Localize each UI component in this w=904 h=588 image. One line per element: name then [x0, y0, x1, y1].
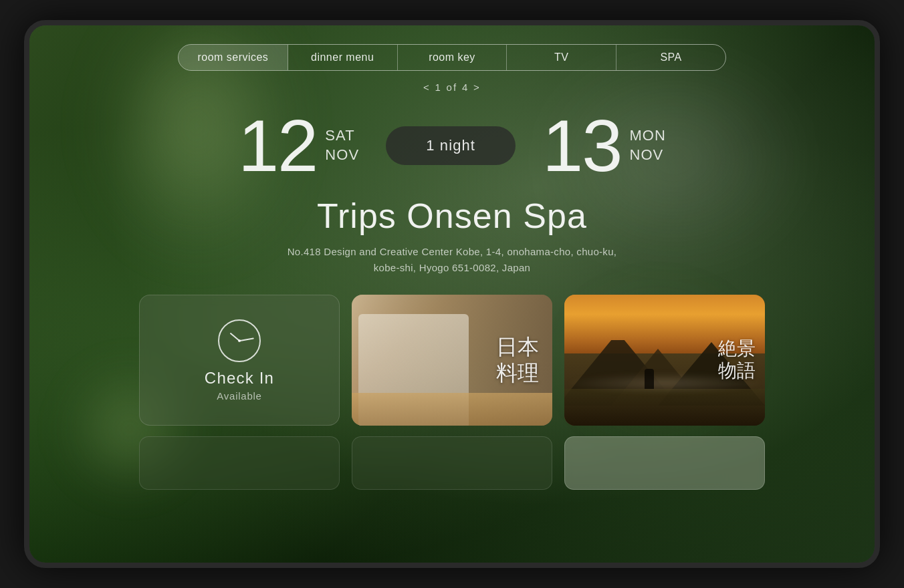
bottom-card-3[interactable] [564, 436, 765, 490]
food-jp-text: 日本 料理 [496, 335, 539, 385]
tab-spa[interactable]: SPA [616, 45, 725, 70]
checkout-weekday: MON [629, 126, 666, 146]
food-jp-char-2: 料理 [496, 361, 539, 385]
checkin-card-label: Check In [205, 369, 274, 388]
device-frame: room services dinner menu room key TV SP… [24, 20, 880, 568]
tab-dinner-menu[interactable]: dinner menu [288, 45, 398, 70]
hotel-address: No.418 Design and Creative Center Kobe, … [288, 244, 617, 276]
pagination[interactable]: < 1 of 4 > [423, 82, 481, 93]
cards-row-1: Check In Available 日本 料理 [56, 295, 848, 426]
bottom-card-1[interactable] [139, 436, 340, 490]
tab-room-services[interactable]: room services [179, 45, 288, 70]
checkin-month: NOV [325, 146, 359, 165]
tab-room-key[interactable]: room key [398, 45, 507, 70]
checkin-card-status: Available [217, 390, 261, 402]
scenic-water [564, 389, 765, 426]
checkin-card[interactable]: Check In Available [139, 295, 340, 426]
scenic-jp-text: 絶景 物語 [718, 339, 756, 382]
checkin-date: 12 SAT NOV [238, 109, 359, 182]
food-jp-char-1: 日本 [496, 335, 539, 359]
checkin-weekday: SAT [325, 126, 359, 146]
checkout-month: NOV [629, 146, 666, 165]
food-card[interactable]: 日本 料理 [352, 295, 552, 426]
date-row: 12 SAT NOV 1 night 13 MON NOV [56, 109, 848, 182]
cards-row-2 [56, 436, 848, 490]
checkin-day: 12 [238, 109, 317, 182]
main-content: room services dinner menu room key TV SP… [29, 25, 875, 563]
figure-silhouette [645, 369, 654, 389]
clock-minute-hand [239, 337, 254, 341]
scenic-card[interactable]: 絶景 物語 [564, 295, 765, 426]
hotel-address-line2: kobe-shi, Hyogo 651-0082, Japan [288, 260, 617, 276]
clock-center-dot [238, 339, 241, 342]
checkout-date: 13 MON NOV [542, 109, 666, 182]
bottom-card-2[interactable] [352, 436, 552, 490]
duration-badge: 1 night [386, 126, 516, 165]
tab-tv[interactable]: TV [507, 45, 616, 70]
checkout-info: MON NOV [629, 126, 666, 164]
navigation-tabs: room services dinner menu room key TV SP… [178, 44, 726, 71]
scenic-jp-char-1: 絶景 [718, 339, 756, 359]
checkout-day: 13 [542, 109, 621, 182]
clock-icon [218, 319, 261, 362]
scenic-jp-char-2: 物語 [718, 361, 756, 382]
checkin-info: SAT NOV [325, 126, 359, 164]
hotel-name: Trips Onsen Spa [317, 196, 587, 236]
hotel-address-line1: No.418 Design and Creative Center Kobe, … [288, 244, 617, 260]
cutting-board [352, 393, 552, 426]
